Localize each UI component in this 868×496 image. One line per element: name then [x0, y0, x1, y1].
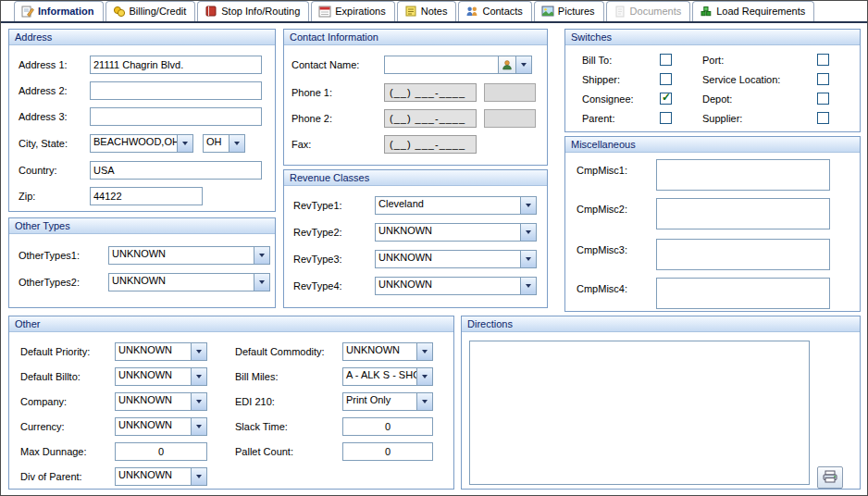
dropdown-arrow-icon[interactable]: [515, 56, 531, 73]
dropdown-arrow-icon[interactable]: [520, 251, 536, 267]
dropdown-arrow-icon[interactable]: [191, 418, 206, 435]
address3-input[interactable]: [90, 107, 262, 126]
phone2-ext-field: [484, 109, 536, 128]
dropdown-arrow-icon[interactable]: [416, 343, 432, 360]
service-location-checkbox[interactable]: [817, 73, 829, 85]
phone2-field: (__) ___-____: [384, 109, 477, 128]
othertypes2-combo[interactable]: UNKNOWN: [108, 273, 270, 291]
switches-row-4: Parent: Supplier:: [582, 112, 829, 124]
revtype1-combo[interactable]: Cleveland: [375, 196, 537, 215]
address1-input[interactable]: [90, 56, 262, 74]
tab-stop-info-routing[interactable]: Stop Info/Routing: [197, 1, 309, 21]
directions-group: Directions: [461, 316, 861, 490]
cmpmisc2-input[interactable]: [656, 198, 830, 229]
tab-label: Load Requirements: [716, 6, 805, 17]
city-combo-value: BEACHWOOD,OH/: [91, 135, 177, 152]
address1-row: Address 1:: [19, 56, 262, 74]
depot-checkbox[interactable]: [817, 93, 829, 105]
dropdown-arrow-icon[interactable]: [416, 393, 432, 410]
address2-input[interactable]: [90, 81, 262, 100]
dropdown-arrow-icon[interactable]: [229, 135, 244, 152]
revtype4-combo[interactable]: UNKNOWN: [375, 277, 537, 295]
address-group: Address Address 1: Address 2: Address 3:…: [8, 29, 276, 212]
othertypes1-combo[interactable]: UNKNOWN: [108, 246, 270, 265]
othertypes1-row: OtherTypes1: UNKNOWN: [19, 246, 270, 265]
dropdown-arrow-icon[interactable]: [520, 197, 536, 214]
tab-load-requirements[interactable]: Load Requirements: [692, 1, 814, 21]
default-commodity-combo[interactable]: UNKNOWN: [342, 342, 433, 361]
cmpmisc3-input[interactable]: [656, 239, 830, 270]
dropdown-arrow-icon[interactable]: [191, 343, 206, 360]
currency-value: UNKNOWN: [116, 418, 191, 435]
state-combo[interactable]: OH: [203, 134, 245, 153]
company-information-window: Information Billing/Credit Stop Info/Rou…: [0, 0, 868, 496]
tab-notes[interactable]: Notes: [397, 1, 457, 21]
directions-textarea[interactable]: [469, 341, 810, 485]
country-row: Country:: [19, 161, 262, 180]
tab-billing-credit[interactable]: Billing/Credit: [105, 1, 196, 21]
address3-label: Address 3:: [19, 111, 90, 122]
default-priority-label: Default Priority:: [20, 346, 115, 357]
default-commodity-label: Default Commodity:: [235, 346, 342, 357]
bill-miles-combo[interactable]: A - ALK S - SHO: [342, 367, 433, 386]
tab-expirations[interactable]: Expirations: [311, 1, 394, 21]
parent-checkbox[interactable]: [660, 112, 672, 124]
parent-label: Parent:: [582, 113, 660, 124]
edi-210-combo[interactable]: Print Only: [342, 392, 433, 411]
supplier-checkbox[interactable]: [817, 112, 829, 124]
print-button[interactable]: [817, 466, 843, 489]
shipper-checkbox[interactable]: [660, 73, 672, 85]
consignee-checkbox[interactable]: [660, 93, 672, 105]
dropdown-arrow-icon[interactable]: [520, 224, 536, 241]
dropdown-arrow-icon[interactable]: [191, 368, 206, 385]
dropdown-arrow-icon[interactable]: [520, 278, 536, 294]
tab-pictures[interactable]: Pictures: [534, 1, 604, 21]
cmpmisc1-label: CmpMisc1:: [577, 165, 627, 176]
default-billto-combo[interactable]: UNKNOWN: [115, 367, 207, 386]
billto-checkbox[interactable]: [660, 54, 672, 66]
zip-input[interactable]: [90, 187, 203, 205]
other-types-group: Other Types OtherTypes1: UNKNOWN OtherTy…: [8, 217, 276, 308]
tab-information[interactable]: Information: [14, 1, 104, 21]
default-priority-value: UNKNOWN: [116, 343, 191, 360]
address-group-header: Address: [9, 30, 275, 45]
dropdown-arrow-icon[interactable]: [254, 247, 269, 264]
pallet-count-label: Pallet Count:: [235, 446, 342, 457]
currency-combo[interactable]: UNKNOWN: [115, 417, 207, 436]
revtype3-combo[interactable]: UNKNOWN: [375, 250, 537, 268]
company-combo[interactable]: UNKNOWN: [115, 392, 207, 411]
pallet-count-input[interactable]: [342, 442, 433, 461]
country-input[interactable]: [90, 161, 262, 180]
default-priority-combo[interactable]: UNKNOWN: [115, 342, 207, 361]
revtype2-combo[interactable]: UNKNOWN: [375, 223, 537, 242]
currency-label: Currency:: [20, 421, 115, 432]
person-icon[interactable]: [498, 56, 515, 73]
cmpmisc1-input[interactable]: [656, 159, 830, 191]
contact-name-combo[interactable]: [384, 56, 532, 74]
information-icon: [21, 5, 34, 18]
dropdown-arrow-icon[interactable]: [416, 368, 432, 385]
fax-field: (__) ___-____: [384, 135, 477, 154]
other-types-group-header: Other Types: [9, 218, 275, 234]
dropdown-arrow-icon[interactable]: [191, 468, 206, 485]
dropdown-arrow-icon[interactable]: [191, 393, 206, 410]
city-combo[interactable]: BEACHWOOD,OH/: [90, 134, 193, 153]
tab-contacts[interactable]: Contacts: [458, 1, 531, 21]
revtype3-row: RevType3: UNKNOWN: [293, 250, 537, 268]
port-checkbox[interactable]: [817, 54, 829, 66]
expirations-icon: [318, 5, 331, 18]
slack-time-input[interactable]: [342, 417, 433, 436]
tab-bar: Information Billing/Credit Stop Info/Rou…: [1, 1, 867, 23]
dropdown-arrow-icon[interactable]: [254, 274, 269, 291]
dropdown-arrow-icon[interactable]: [177, 135, 192, 152]
othertypes1-value: UNKNOWN: [109, 247, 254, 264]
div-of-parent-combo[interactable]: UNKNOWN: [115, 467, 207, 486]
other-row-3: Company: UNKNOWN EDI 210: Print Only: [20, 392, 433, 411]
depot-label: Depot:: [702, 93, 817, 105]
cmpmisc4-input[interactable]: [656, 278, 830, 309]
fax-label: Fax:: [291, 139, 384, 150]
tab-documents[interactable]: Documents: [606, 1, 691, 21]
other-group: Other Default Priority: UNKNOWN Default …: [8, 316, 454, 490]
slack-time-label: Slack Time:: [235, 421, 342, 432]
max-dunnage-input[interactable]: [115, 442, 207, 461]
